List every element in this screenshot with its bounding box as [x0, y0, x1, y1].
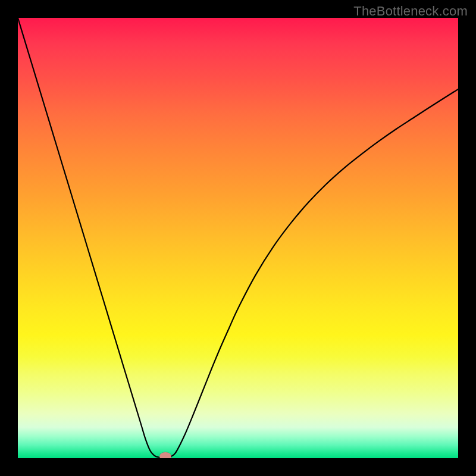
- plot-area: [18, 18, 458, 458]
- bottleneck-curve: [18, 18, 458, 458]
- minimum-marker: [159, 452, 171, 458]
- chart-frame: TheBottleneck.com: [0, 0, 476, 476]
- watermark-text: TheBottleneck.com: [353, 4, 468, 19]
